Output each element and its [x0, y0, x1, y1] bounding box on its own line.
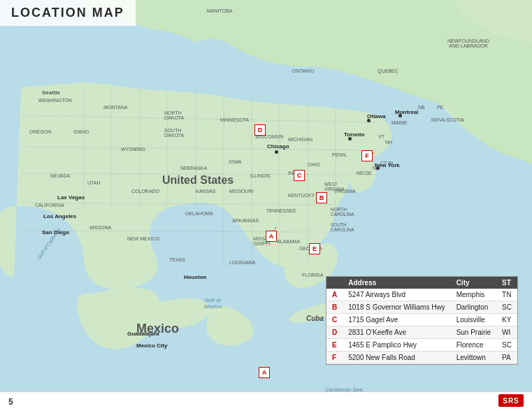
- title-bar: LOCATION MAP: [0, 0, 136, 26]
- table-row: D 2831 O'Keeffe Ave Sun Prairie WI: [326, 326, 517, 339]
- location-table: Address City ST A 5247 Airways Blvd Memp…: [326, 276, 518, 365]
- marker-e: E: [309, 243, 320, 254]
- marker-d: D: [254, 124, 266, 136]
- cell-marker: C: [326, 314, 343, 326]
- cell-st: PA: [496, 352, 517, 364]
- marker-d-box: D: [254, 124, 266, 136]
- marker-f-box: F: [361, 150, 373, 161]
- dot-newyork: [376, 166, 380, 170]
- cell-address: 1465 E Pamplico Hwy: [343, 339, 450, 352]
- dot-montreal: [398, 114, 402, 117]
- dot-chicago: [275, 150, 278, 154]
- col-header-address: Address: [343, 277, 450, 289]
- cell-marker: A: [326, 289, 343, 301]
- col-header-marker: [326, 277, 343, 289]
- table-row: E 1465 E Pamplico Hwy Florence SC: [326, 339, 517, 352]
- cell-st: KY: [496, 314, 517, 326]
- cell-city: Levittown: [451, 352, 496, 364]
- col-header-city: City: [451, 277, 496, 289]
- svg-text:SRS: SRS: [503, 397, 519, 405]
- cell-address: 5200 New Falls Road: [343, 352, 450, 364]
- cell-address: 5247 Airways Blvd: [343, 289, 450, 301]
- marker-a2: A: [259, 367, 270, 378]
- cell-address: 1018 S Governor Williams Hwy: [343, 301, 450, 314]
- marker-b-box: B: [316, 192, 327, 203]
- table-row: B 1018 S Governor Williams Hwy Darlingto…: [326, 301, 517, 314]
- dot-toronto: [348, 137, 352, 140]
- cell-address: 2831 O'Keeffe Ave: [343, 326, 450, 339]
- map-container: LOCATION MAP United States Mexico Seattl…: [0, 0, 532, 391]
- marker-b: B: [316, 192, 327, 203]
- cell-city: Florence: [451, 339, 496, 352]
- col-header-st: ST: [496, 277, 517, 289]
- table-row: A 5247 Airways Blvd Memphis TN: [326, 289, 517, 301]
- cell-marker: D: [326, 326, 343, 339]
- page-title: LOCATION MAP: [11, 6, 124, 20]
- marker-e-box: E: [309, 243, 320, 254]
- cell-city: Louisville: [451, 314, 496, 326]
- marker-a: A: [266, 231, 277, 242]
- marker-a-box: A: [266, 231, 277, 242]
- cell-st: SC: [496, 301, 517, 314]
- page-number: 5: [8, 397, 13, 407]
- marker-f: F: [361, 150, 373, 161]
- footer-logo: SRS: [498, 394, 524, 409]
- marker-c: C: [294, 170, 305, 181]
- cell-st: TN: [496, 289, 517, 301]
- marker-c-box: C: [294, 170, 305, 181]
- table-row: C 1715 Gagel Ave Louisville KY: [326, 314, 517, 326]
- footer-bar: 5 SRS: [0, 391, 532, 411]
- cell-st: SC: [496, 339, 517, 352]
- cell-marker: F: [326, 352, 343, 364]
- table-row: F 5200 New Falls Road Levittown PA: [326, 352, 517, 364]
- cell-city: Darlington: [451, 301, 496, 314]
- cell-city: Memphis: [451, 289, 496, 301]
- cell-city: Sun Prairie: [451, 326, 496, 339]
- marker-a2-box: A: [259, 367, 270, 378]
- dot-ottawa: [367, 119, 371, 122]
- cell-marker: B: [326, 301, 343, 314]
- cell-address: 1715 Gagel Ave: [343, 314, 450, 326]
- cell-marker: E: [326, 339, 343, 352]
- cell-st: WI: [496, 326, 517, 339]
